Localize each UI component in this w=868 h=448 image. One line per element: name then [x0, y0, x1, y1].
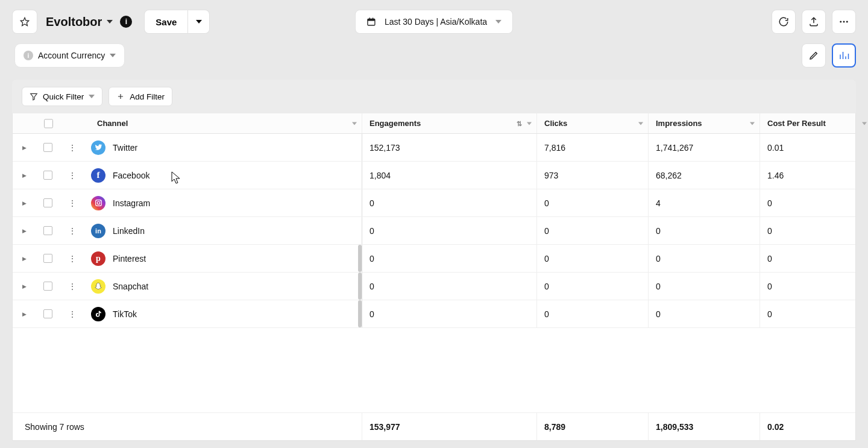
- clicks-cell: 7,816: [537, 134, 649, 161]
- expand-row-button[interactable]: ▶: [13, 273, 36, 300]
- column-menu-icon[interactable]: [862, 122, 867, 125]
- caret-down-icon: [495, 20, 502, 24]
- channel-cell[interactable]: fFacebook: [84, 162, 362, 189]
- svg-rect-9: [95, 200, 101, 206]
- caret-down-icon: [89, 95, 95, 98]
- caret-down-icon: [196, 20, 202, 24]
- column-label: Impressions: [656, 119, 702, 128]
- title-dropdown-icon[interactable]: [107, 20, 113, 24]
- row-menu-button[interactable]: ⋮: [60, 134, 84, 161]
- row-checkbox[interactable]: [43, 171, 52, 180]
- row-checkbox[interactable]: [43, 254, 52, 263]
- column-label: Channel: [97, 119, 128, 128]
- impressions-cell: 0: [649, 300, 760, 327]
- column-header-impressions[interactable]: Impressions: [649, 113, 760, 133]
- pencil-icon: [809, 51, 819, 60]
- expand-row-button[interactable]: ▶: [13, 189, 36, 216]
- channel-cell[interactable]: inLinkedIn: [84, 217, 362, 244]
- page-title: Evoltobor: [46, 15, 102, 29]
- svg-marker-0: [20, 17, 28, 25]
- date-range-button[interactable]: Last 30 Days | Asia/Kolkata: [355, 10, 513, 34]
- more-menu-button[interactable]: [832, 10, 856, 34]
- channel-cell[interactable]: Instagram: [84, 189, 362, 216]
- engagements-cell: 0: [362, 217, 537, 244]
- table-header-row: Channel Engagements ⇅ Clicks Impressions…: [13, 113, 855, 134]
- row-checkbox[interactable]: [43, 282, 52, 291]
- filter-strip: Quick Filter Add Filter: [12, 80, 856, 113]
- chart-view-toggle[interactable]: [832, 43, 856, 68]
- quick-filter-button[interactable]: Quick Filter: [22, 87, 102, 106]
- channel-name: Facebook: [113, 171, 149, 180]
- add-filter-button[interactable]: Add Filter: [108, 87, 172, 106]
- currency-selector[interactable]: i Account Currency: [14, 43, 125, 68]
- channel-cell[interactable]: pPinterest: [84, 245, 362, 272]
- channel-cell[interactable]: TikTok: [84, 300, 362, 327]
- impressions-cell: 4: [649, 189, 760, 216]
- column-menu-icon[interactable]: [527, 122, 532, 125]
- tiktok-icon: [91, 307, 105, 321]
- row-checkbox[interactable]: [43, 143, 52, 152]
- row-menu-button[interactable]: ⋮: [60, 217, 84, 244]
- expand-row-button[interactable]: ▶: [13, 217, 36, 244]
- row-menu-button[interactable]: ⋮: [60, 273, 84, 300]
- column-menu-icon[interactable]: [750, 122, 755, 125]
- channel-name: TikTok: [113, 309, 137, 319]
- select-all-checkbox[interactable]: [44, 119, 53, 128]
- column-menu-icon[interactable]: [352, 122, 357, 125]
- row-menu-button[interactable]: ⋮: [60, 189, 84, 216]
- column-header-engagements[interactable]: Engagements ⇅: [362, 113, 537, 133]
- table-row: ▶⋮Twitter152,1737,8161,741,2670.01: [13, 134, 855, 162]
- total-engagements: 153,977: [362, 413, 537, 440]
- cpr-cell: 0: [760, 245, 868, 272]
- info-icon[interactable]: i: [120, 16, 132, 28]
- expand-row-button[interactable]: ▶: [13, 134, 36, 161]
- channel-cell[interactable]: Snapchat: [84, 273, 362, 300]
- column-label: Engagements: [370, 119, 421, 128]
- refresh-button[interactable]: [772, 10, 796, 34]
- save-dropdown-button[interactable]: [188, 10, 210, 34]
- svg-point-5: [840, 21, 841, 23]
- channel-name: Snapchat: [113, 282, 148, 291]
- save-button[interactable]: Save: [144, 10, 188, 34]
- cpr-cell: 0: [760, 189, 868, 216]
- row-menu-button[interactable]: ⋮: [60, 245, 84, 272]
- channel-name: Twitter: [113, 143, 137, 153]
- impressions-cell: 0: [649, 217, 760, 244]
- engagements-cell: 0: [362, 189, 537, 216]
- caret-down-icon: [110, 54, 116, 57]
- table-row: ▶⋮Instagram0040: [13, 189, 855, 217]
- channel-cell[interactable]: Twitter: [84, 134, 362, 161]
- column-menu-icon[interactable]: [638, 122, 643, 125]
- sub-toolbar: i Account Currency: [0, 34, 868, 68]
- expand-row-button[interactable]: ▶: [13, 162, 36, 189]
- row-menu-button[interactable]: ⋮: [60, 300, 84, 327]
- edit-columns-button[interactable]: [802, 43, 826, 68]
- expand-row-button[interactable]: ▶: [13, 300, 36, 327]
- calendar-icon: [366, 17, 376, 27]
- engagements-cell: 152,173: [362, 134, 537, 161]
- row-menu-button[interactable]: ⋮: [60, 162, 84, 189]
- cpr-cell: 1.46: [760, 162, 868, 189]
- column-header-cpr[interactable]: Cost Per Result: [760, 113, 868, 133]
- table-row: ▶⋮fFacebook1,80497368,2621.46: [13, 162, 855, 189]
- add-filter-label: Add Filter: [130, 92, 165, 101]
- column-header-channel[interactable]: Channel: [13, 113, 362, 133]
- channel-name: Instagram: [113, 198, 150, 208]
- total-clicks: 8,789: [537, 413, 649, 440]
- clicks-cell: 0: [537, 217, 649, 244]
- column-header-clicks[interactable]: Clicks: [537, 113, 649, 133]
- row-checkbox[interactable]: [43, 226, 52, 235]
- expand-row-button[interactable]: ▶: [13, 245, 36, 272]
- table-row: ▶⋮pPinterest0000: [13, 245, 855, 273]
- info-icon: i: [24, 51, 33, 60]
- plus-icon: [116, 92, 125, 101]
- cpr-cell: 0.01: [760, 134, 868, 161]
- impressions-cell: 1,741,267: [649, 134, 760, 161]
- favorite-button[interactable]: [12, 10, 37, 34]
- export-button[interactable]: [802, 10, 826, 34]
- quick-filter-label: Quick Filter: [43, 92, 84, 101]
- linkedin-icon: in: [91, 224, 105, 238]
- row-checkbox[interactable]: [43, 309, 52, 318]
- sort-icon[interactable]: ⇅: [517, 119, 522, 127]
- row-checkbox[interactable]: [43, 198, 52, 207]
